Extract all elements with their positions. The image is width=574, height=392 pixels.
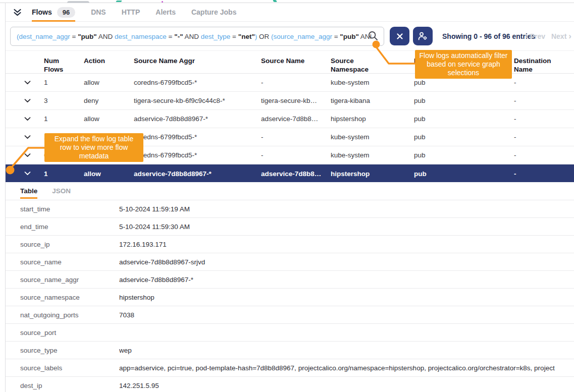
flow-cell: pub [414,79,514,86]
flow-cell: kube-system [331,79,414,86]
prev-button[interactable]: ‹ Prev [525,32,545,40]
flow-cell: adservice-7d8b8d8967-* [134,170,261,178]
tooltip-expand-note: Expand the flow log table row to view mo… [44,133,143,162]
detail-key: source_type [6,347,119,354]
flow-cell: 1 [44,115,84,123]
chevron-down-icon[interactable] [6,172,44,176]
detail-row: source_namespacehipstershop [6,288,574,306]
detail-value: 172.16.193.171 [119,241,574,248]
detail-row: end_time5-10-2024 11:59:30 AM [6,217,574,235]
cropped-artifact [273,0,277,2]
query-token: "pub" [340,33,359,40]
flow-cell: deny [84,97,134,104]
tab-alerts[interactable]: Alerts [155,3,176,21]
flow-cell: pub [414,151,514,159]
tab-http[interactable]: HTTP [122,3,140,21]
flow-cell: - [514,97,574,104]
flow-cell: pub [414,97,514,104]
search-icon[interactable] [368,31,378,41]
detail-value: 7038 [119,311,574,319]
detail-key: nat_outgoing_ports [6,311,119,319]
query-token: "-" [174,33,183,40]
query-token: "pub" [78,33,97,40]
column-header-source-name-aggr[interactable]: Source Name Aggr [134,51,261,74]
flow-cell: - [261,79,331,86]
flow-cell: kube-system [331,133,414,141]
chevron-down-icon[interactable] [6,99,44,103]
tab-label: Capture Jobs [191,8,236,16]
flows-count-badge: 96 [57,7,75,18]
detail-row: source_name_aggradservice-7d8b8d8967-* [6,270,574,288]
filter-query-input[interactable]: (dest_name_aggr = "pub" AND dest_namespa… [10,27,384,46]
column-header-destination-name[interactable]: Destination Name [514,51,574,74]
detail-value: hipstershop [119,294,574,301]
query-token: source_name_aggr [274,33,332,40]
flow-cell: kube-system [331,151,414,159]
tab-label: Flows [32,8,52,16]
column-header-action[interactable]: Action [84,51,134,74]
pagination: ‹ Prev Next › [525,27,571,45]
tab-capture-jobs[interactable]: Capture Jobs [191,3,236,21]
flow-cell: adservice-7d8b8… [261,170,331,178]
results-count: Showing 0 - 96 of 96 entries [442,27,535,45]
detail-key: source_namespace [6,294,119,301]
chevron-down-icon[interactable] [6,117,44,121]
detail-value: adservice-7d8b8d8967-* [119,276,574,284]
flow-cell: hipstershop [331,170,414,178]
chevron-down-icon[interactable] [6,81,44,85]
cropped-artifact [116,1,122,2]
flow-cell: allow [84,115,134,123]
flow-cell: pub [414,115,514,123]
detail-row: source_nameadservice-7d8b8d8967-srjvd [6,253,574,270]
tab-flows[interactable]: Flows96 [32,3,75,21]
detail-key: end_time [6,223,119,231]
detail-value: adservice-7d8b8d8967-srjvd [119,258,574,266]
detail-row: source_port [6,323,574,341]
column-header-source-namespace[interactable]: Source Namespace [331,51,414,74]
flow-cell: - [514,79,574,86]
tab-bar-tabs: Flows96DNSHTTPAlertsCapture Jobs [32,3,252,21]
query-token: dest_namespace [115,33,167,40]
detail-key: dest_ip [6,382,119,389]
clear-filter-button[interactable] [390,27,409,45]
detail-rows: start_time5-10-2024 11:59:19 AMend_time5… [6,200,574,392]
flow-cell: allow [84,170,134,178]
chevron-right-icon: › [568,33,571,40]
flow-row[interactable]: 3denytigera-secure-kb-6f9c9c44c8-*tigera… [6,92,574,110]
flow-row[interactable]: 1allowadservice-7d8b8d8967-*adservice-7d… [6,110,574,128]
detail-tabs: TableJSON [6,182,574,200]
detail-tab-json[interactable]: JSON [52,182,71,200]
detail-key: source_name_aggr [6,276,119,284]
query-token: = [230,33,238,40]
column-header-num-flows[interactable]: Num Flows [44,51,84,74]
tab-dns[interactable]: DNS [91,3,106,21]
collapse-panel-double-chevron-icon[interactable] [13,9,22,16]
query-token: AND [183,33,201,40]
flow-cell: tigera-kibana [331,97,414,104]
flow-cell: - [514,151,574,159]
query-token: = [332,33,340,40]
next-button[interactable]: Next › [551,32,571,40]
flow-cell: - [514,133,574,141]
chevron-left-icon: ‹ [525,33,528,40]
user-settings-button[interactable] [413,27,433,45]
chevron-down-icon[interactable] [6,135,44,139]
detail-tab-table[interactable]: Table [20,182,37,200]
detail-value: 5-10-2024 11:59:30 AM [119,223,574,231]
detail-row: nat_outgoing_ports7038 [6,306,574,323]
chevron-down-icon[interactable] [6,153,44,157]
query-token: = [167,33,174,40]
flow-cell: 1 [44,79,84,86]
flow-cell: pub [414,170,514,178]
column-header-source-name[interactable]: Source Name [261,51,331,74]
query-token: "net" [238,33,255,40]
detail-key: source_port [6,329,119,337]
flow-cell: 1 [44,170,84,178]
flow-cell: tigera-secure-kb-6f9c9c44c8-* [134,97,261,104]
query-token: = [70,33,78,40]
flow-cell: - [514,115,574,123]
flow-cell: pub [414,133,514,141]
tab-label: HTTP [122,8,140,16]
detail-row: source_labelsapp=adservice, pci=true, po… [6,359,574,376]
flow-row-selected[interactable]: 1allowadservice-7d8b8d8967-*adservice-7d… [6,164,574,183]
